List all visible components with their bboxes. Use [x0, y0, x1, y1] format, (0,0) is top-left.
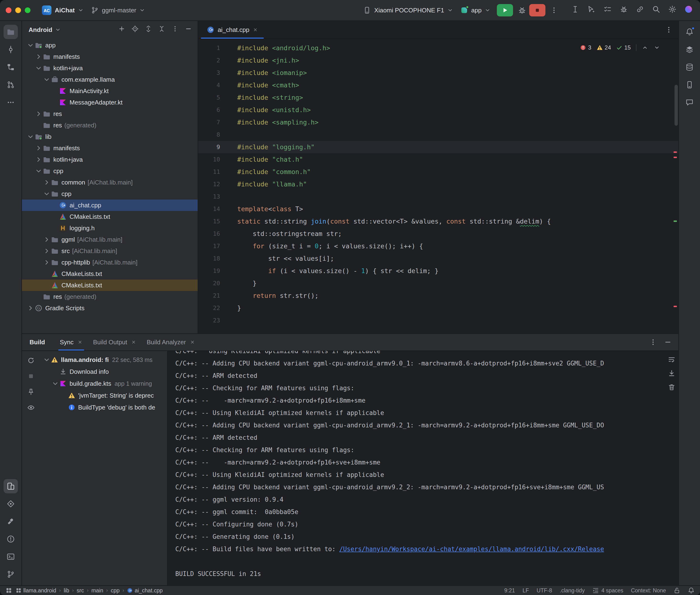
stop-disabled-icon[interactable]	[27, 372, 35, 382]
stop-button[interactable]	[529, 4, 545, 17]
tree-item-ai-chat-cpp[interactable]: Cai_chat.cpp	[22, 200, 198, 211]
device-selector[interactable]: Xiaomi POCOPHONE F1	[359, 4, 456, 16]
tree-item-com-example-llama[interactable]: com.example.llama	[22, 74, 198, 85]
error-stripe-mark[interactable]	[674, 306, 677, 307]
tree-chevron-icon[interactable]	[43, 76, 51, 83]
passed-badge[interactable]: 15	[616, 44, 631, 51]
line-number[interactable]: 17	[198, 240, 220, 252]
write-access-icon[interactable]	[674, 587, 680, 594]
build-tree-item-llama-android-fi[interactable]: llama.android: fi22 sec, 583 ms	[40, 354, 167, 366]
tree-item-logging-h[interactable]: logging.h	[22, 222, 198, 234]
tree-chevron-icon[interactable]	[43, 259, 51, 266]
error-stripe-mark[interactable]	[674, 221, 677, 222]
show-options-icon[interactable]	[27, 404, 35, 413]
profiler-icon[interactable]	[571, 5, 579, 15]
line-number[interactable]: 15	[198, 215, 220, 228]
line-number[interactable]: 13	[198, 191, 220, 203]
tree-item-common[interactable]: common [AiChat.lib.main]	[22, 177, 198, 188]
line-number[interactable]: 5	[198, 91, 220, 104]
tab-build-output[interactable]: Build Output	[88, 334, 141, 350]
tree-item-res[interactable]: res (generated)	[22, 291, 198, 302]
line-number[interactable]: 4	[198, 79, 220, 91]
more-tools-icon[interactable]	[4, 95, 18, 110]
soft-wrap-icon[interactable]	[668, 356, 675, 363]
tree-item-kotlin-java[interactable]: kotlin+java	[22, 154, 198, 165]
todo-checklist-icon[interactable]	[604, 5, 612, 15]
context-widget[interactable]: Context: None	[631, 587, 666, 594]
tree-chevron-icon[interactable]	[35, 53, 43, 60]
gradle-tool-icon[interactable]	[682, 42, 697, 57]
tree-item-manifests[interactable]: manifests	[22, 142, 198, 154]
encoding-widget[interactable]: UTF-8	[537, 587, 552, 594]
editor-tab-ai-chat-cpp[interactable]: C ai_chat.cpp	[201, 21, 264, 38]
line-number[interactable]: 20	[198, 277, 220, 289]
tree-item-cpp-httplib[interactable]: cpp-httplib [AiChat.lib.main]	[22, 257, 198, 268]
close-tab-icon[interactable]	[190, 340, 195, 345]
code-editor[interactable]: 1#include <android/log.h>2#include <jni.…	[198, 39, 678, 333]
tree-chevron-icon[interactable]	[35, 110, 43, 118]
profile-avatar-icon[interactable]	[684, 5, 693, 15]
tree-chevron-icon[interactable]	[35, 144, 43, 152]
notifications-icon[interactable]	[688, 587, 695, 594]
tree-item-mainactivity-kt[interactable]: MainActivity.kt	[22, 85, 198, 97]
tree-chevron-icon[interactable]	[43, 178, 51, 186]
next-problem-icon[interactable]	[653, 44, 660, 51]
close-tab-icon[interactable]	[77, 340, 83, 345]
run-button[interactable]	[497, 4, 513, 17]
tree-chevron-icon[interactable]	[43, 190, 51, 198]
clang-tidy-widget[interactable]: .clang-tidy	[560, 587, 585, 594]
minimize-window-button[interactable]	[15, 7, 21, 13]
tree-item-messageadapter-kt[interactable]: MessageAdapter.kt	[22, 97, 198, 108]
problems-tool-icon[interactable]	[4, 532, 18, 546]
breadcrumb-main[interactable]: main	[91, 587, 103, 594]
project-view-selector[interactable]: Android	[29, 26, 60, 34]
ai-actions-icon[interactable]	[587, 5, 595, 15]
tree-item-app[interactable]: app	[22, 39, 198, 51]
notifications-tool-icon[interactable]	[682, 25, 697, 39]
tree-item-cpp[interactable]: cpp	[22, 188, 198, 200]
line-number[interactable]: 14	[198, 203, 220, 215]
run-config-selector[interactable]: app	[456, 4, 494, 16]
tree-chevron-icon[interactable]	[27, 133, 34, 140]
breadcrumb-cpp[interactable]: cpp	[111, 587, 119, 594]
add-icon[interactable]	[118, 25, 125, 34]
tree-item-lib[interactable]: lib	[22, 131, 198, 142]
build-tree-item-download-info[interactable]: Download info	[40, 366, 167, 378]
line-number[interactable]: 10	[198, 153, 220, 166]
error-stripe-mark[interactable]	[674, 151, 677, 153]
panel-options-icon[interactable]	[649, 338, 657, 346]
errors-badge[interactable]: 3	[580, 44, 591, 51]
warnings-badge[interactable]: 24	[597, 44, 611, 51]
device-manager-tool-icon[interactable]	[682, 78, 697, 92]
breadcrumb-llama-android[interactable]: llama.android	[16, 587, 56, 594]
version-control-tool-icon[interactable]	[4, 567, 18, 582]
tree-item-src[interactable]: src [AiChat.lib.main]	[22, 245, 198, 257]
tree-chevron-icon[interactable]	[43, 236, 51, 243]
tree-chevron-icon[interactable]	[35, 64, 43, 72]
line-number[interactable]: 11	[198, 166, 220, 178]
line-number[interactable]: 1	[198, 42, 220, 54]
tree-chevron-icon[interactable]	[43, 356, 51, 364]
tree-chevron-icon[interactable]	[35, 167, 43, 175]
tree-chevron-icon[interactable]	[35, 156, 43, 163]
structure-tool-icon[interactable]	[4, 60, 18, 74]
tree-item-kotlin-java[interactable]: kotlin+java	[22, 62, 198, 74]
tree-item-ggml[interactable]: ggml [AiChat.lib.main]	[22, 234, 198, 245]
debug-button[interactable]	[518, 6, 526, 15]
tree-item-cmakelists-txt[interactable]: CMakeLists.txt	[22, 280, 198, 291]
line-number[interactable]: 9	[198, 141, 220, 153]
line-number[interactable]: 23	[198, 314, 220, 327]
pull-requests-tool-icon[interactable]	[4, 78, 18, 92]
breadcrumb-ai-chat-cpp[interactable]: Cai_chat.cpp	[127, 587, 163, 594]
run-more-actions-button[interactable]	[550, 6, 558, 14]
tab-build-analyzer[interactable]: Build Analyzer	[141, 334, 200, 350]
pin-tab-icon[interactable]	[27, 388, 35, 398]
error-stripe-mark[interactable]	[674, 157, 677, 158]
clear-console-icon[interactable]	[668, 383, 675, 391]
tree-chevron-icon[interactable]	[27, 41, 34, 49]
line-number[interactable]: 21	[198, 289, 220, 302]
inspections-widget[interactable]: 3 24 15	[576, 43, 664, 52]
line-number[interactable]: 8	[198, 129, 220, 141]
app-insights-icon[interactable]	[620, 5, 628, 15]
console-link[interactable]: /Users/hanyin/Workspace/ai-chat/examples…	[339, 545, 604, 552]
